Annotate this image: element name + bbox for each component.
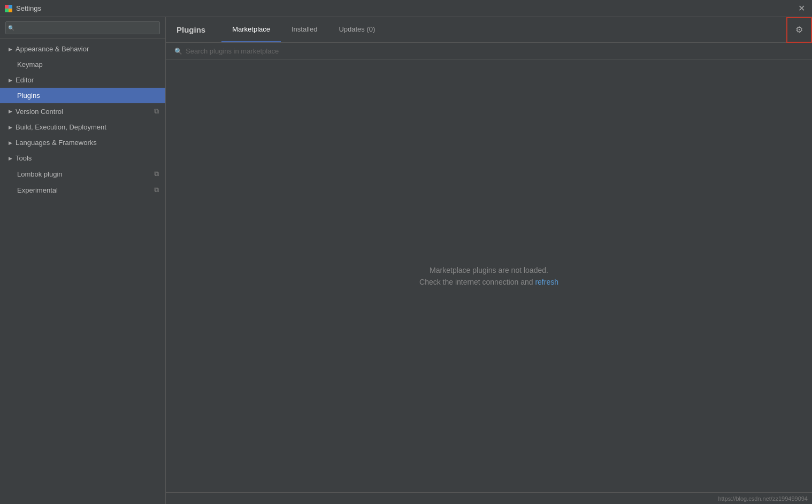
- arrow-icon-build: ▶: [9, 125, 12, 130]
- sidebar-item-build[interactable]: ▶Build, Execution, Deployment: [0, 119, 165, 135]
- sidebar-item-label-version-control: Version Control: [16, 108, 63, 116]
- copy-icon-lombok: ⧉: [154, 170, 159, 178]
- arrow-icon-appearance: ▶: [9, 47, 12, 52]
- tab-updates[interactable]: Updates (0): [328, 17, 386, 42]
- window-title: Settings: [16, 4, 41, 12]
- sidebar-item-label-keymap: Keymap: [17, 60, 43, 68]
- sidebar-item-label-experimental: Experimental: [17, 186, 58, 194]
- bottom-url: https://blog.csdn.net/zz199499094: [718, 495, 808, 502]
- copy-icon-experimental: ⧉: [154, 186, 159, 194]
- sidebar-nav: ▶Appearance & BehaviorKeymap▶EditorPlugi…: [0, 39, 165, 504]
- content-area: Plugins MarketplaceInstalledUpdates (0) …: [166, 17, 812, 504]
- title-bar-left: Settings: [4, 4, 41, 13]
- copy-icon-version-control: ⧉: [154, 107, 159, 116]
- plugin-main-area: Marketplace plugins are not loaded. Chec…: [166, 60, 812, 492]
- check-connection-message: Check the internet connection and refres…: [419, 278, 558, 286]
- sidebar-item-label-build: Build, Execution, Deployment: [16, 123, 106, 131]
- svg-rect-3: [9, 9, 12, 12]
- search-icon: 🔍: [174, 48, 182, 55]
- sidebar-search-container: [0, 17, 165, 39]
- plugins-title: Plugins: [177, 25, 205, 34]
- sidebar: ▶Appearance & BehaviorKeymap▶EditorPlugi…: [0, 17, 166, 504]
- close-button[interactable]: ✕: [795, 2, 808, 15]
- sidebar-item-tools[interactable]: ▶Tools: [0, 150, 165, 166]
- gear-button[interactable]: ⚙: [786, 17, 812, 43]
- sidebar-search-input[interactable]: [5, 21, 160, 34]
- svg-rect-1: [9, 5, 12, 9]
- sidebar-item-lombok[interactable]: Lombok plugin⧉: [0, 166, 165, 182]
- bottom-bar: https://blog.csdn.net/zz199499094: [166, 492, 812, 504]
- sidebar-item-version-control[interactable]: ▶Version Control⧉: [0, 103, 165, 119]
- sidebar-item-editor[interactable]: ▶Editor: [0, 72, 165, 88]
- plugins-header: Plugins MarketplaceInstalledUpdates (0) …: [166, 17, 812, 43]
- plugin-search-input[interactable]: [186, 47, 803, 55]
- sidebar-item-plugins[interactable]: Plugins: [0, 88, 165, 103]
- sidebar-item-label-appearance: Appearance & Behavior: [16, 45, 89, 53]
- arrow-icon-tools: ▶: [9, 156, 12, 161]
- arrow-icon-editor: ▶: [9, 78, 12, 83]
- sidebar-item-label-plugins: Plugins: [17, 91, 40, 100]
- sidebar-item-label-editor: Editor: [16, 76, 34, 84]
- svg-rect-0: [5, 5, 9, 9]
- check-connection-text: Check the internet connection and: [419, 278, 535, 286]
- svg-rect-2: [5, 9, 9, 12]
- sidebar-item-experimental[interactable]: Experimental⧉: [0, 182, 165, 198]
- sidebar-item-languages[interactable]: ▶Languages & Frameworks: [0, 135, 165, 150]
- tab-marketplace[interactable]: Marketplace: [221, 17, 281, 42]
- plugin-search-bar: 🔍: [166, 43, 812, 60]
- arrow-icon-version-control: ▶: [9, 109, 12, 114]
- sidebar-item-label-languages: Languages & Frameworks: [16, 139, 97, 147]
- sidebar-item-appearance[interactable]: ▶Appearance & Behavior: [0, 41, 165, 57]
- app-icon: [4, 4, 13, 13]
- refresh-link[interactable]: refresh: [535, 278, 558, 286]
- search-wrap: [5, 21, 160, 34]
- sidebar-item-label-tools: Tools: [16, 154, 32, 162]
- sidebar-item-keymap[interactable]: Keymap: [0, 57, 165, 72]
- tab-bar: MarketplaceInstalledUpdates (0): [221, 17, 386, 42]
- sidebar-item-label-lombok: Lombok plugin: [17, 170, 63, 178]
- title-bar: Settings ✕: [0, 0, 812, 17]
- not-loaded-message: Marketplace plugins are not loaded.: [430, 266, 548, 274]
- tab-installed[interactable]: Installed: [281, 17, 328, 42]
- main-layout: ▶Appearance & BehaviorKeymap▶EditorPlugi…: [0, 17, 812, 504]
- arrow-icon-languages: ▶: [9, 140, 12, 146]
